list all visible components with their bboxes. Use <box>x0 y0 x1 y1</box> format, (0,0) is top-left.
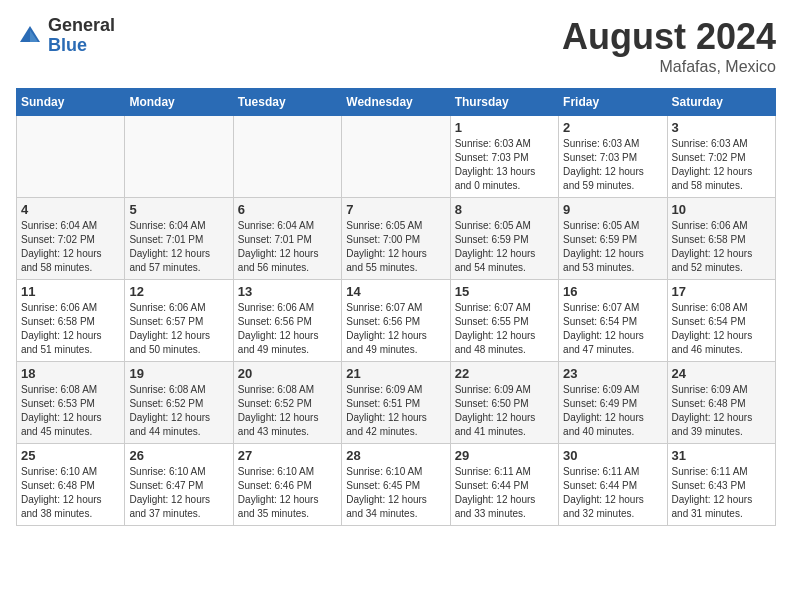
calendar-day-cell: 1Sunrise: 6:03 AM Sunset: 7:03 PM Daylig… <box>450 116 558 198</box>
day-info: Sunrise: 6:05 AM Sunset: 7:00 PM Dayligh… <box>346 219 445 275</box>
day-number: 25 <box>21 448 120 463</box>
day-number: 6 <box>238 202 337 217</box>
day-number: 31 <box>672 448 771 463</box>
calendar-day-cell: 27Sunrise: 6:10 AM Sunset: 6:46 PM Dayli… <box>233 444 341 526</box>
logo: General Blue <box>16 16 115 56</box>
calendar-day-cell: 25Sunrise: 6:10 AM Sunset: 6:48 PM Dayli… <box>17 444 125 526</box>
day-info: Sunrise: 6:05 AM Sunset: 6:59 PM Dayligh… <box>563 219 662 275</box>
day-info: Sunrise: 6:10 AM Sunset: 6:48 PM Dayligh… <box>21 465 120 521</box>
calendar-day-cell <box>17 116 125 198</box>
calendar-day-cell: 22Sunrise: 6:09 AM Sunset: 6:50 PM Dayli… <box>450 362 558 444</box>
day-of-week-header: Friday <box>559 89 667 116</box>
day-info: Sunrise: 6:04 AM Sunset: 7:01 PM Dayligh… <box>238 219 337 275</box>
calendar-week-row: 18Sunrise: 6:08 AM Sunset: 6:53 PM Dayli… <box>17 362 776 444</box>
day-info: Sunrise: 6:10 AM Sunset: 6:47 PM Dayligh… <box>129 465 228 521</box>
logo-text: General Blue <box>48 16 115 56</box>
location-subtitle: Mafafas, Mexico <box>562 58 776 76</box>
day-info: Sunrise: 6:06 AM Sunset: 6:58 PM Dayligh… <box>21 301 120 357</box>
calendar-week-row: 1Sunrise: 6:03 AM Sunset: 7:03 PM Daylig… <box>17 116 776 198</box>
day-number: 13 <box>238 284 337 299</box>
calendar-day-cell <box>125 116 233 198</box>
calendar-day-cell <box>233 116 341 198</box>
day-info: Sunrise: 6:07 AM Sunset: 6:56 PM Dayligh… <box>346 301 445 357</box>
day-number: 18 <box>21 366 120 381</box>
day-number: 10 <box>672 202 771 217</box>
day-info: Sunrise: 6:03 AM Sunset: 7:03 PM Dayligh… <box>455 137 554 193</box>
calendar-day-cell: 20Sunrise: 6:08 AM Sunset: 6:52 PM Dayli… <box>233 362 341 444</box>
day-number: 7 <box>346 202 445 217</box>
calendar-day-cell: 15Sunrise: 6:07 AM Sunset: 6:55 PM Dayli… <box>450 280 558 362</box>
calendar-table: SundayMondayTuesdayWednesdayThursdayFrid… <box>16 88 776 526</box>
day-info: Sunrise: 6:09 AM Sunset: 6:48 PM Dayligh… <box>672 383 771 439</box>
day-number: 1 <box>455 120 554 135</box>
day-number: 29 <box>455 448 554 463</box>
day-of-week-header: Tuesday <box>233 89 341 116</box>
calendar-day-cell: 12Sunrise: 6:06 AM Sunset: 6:57 PM Dayli… <box>125 280 233 362</box>
page-header: General Blue August 2024 Mafafas, Mexico <box>16 16 776 76</box>
calendar-day-cell: 3Sunrise: 6:03 AM Sunset: 7:02 PM Daylig… <box>667 116 775 198</box>
day-number: 2 <box>563 120 662 135</box>
day-number: 22 <box>455 366 554 381</box>
day-number: 16 <box>563 284 662 299</box>
calendar-day-cell: 16Sunrise: 6:07 AM Sunset: 6:54 PM Dayli… <box>559 280 667 362</box>
calendar-day-cell: 6Sunrise: 6:04 AM Sunset: 7:01 PM Daylig… <box>233 198 341 280</box>
day-number: 19 <box>129 366 228 381</box>
calendar-day-cell: 19Sunrise: 6:08 AM Sunset: 6:52 PM Dayli… <box>125 362 233 444</box>
calendar-day-cell: 9Sunrise: 6:05 AM Sunset: 6:59 PM Daylig… <box>559 198 667 280</box>
calendar-week-row: 11Sunrise: 6:06 AM Sunset: 6:58 PM Dayli… <box>17 280 776 362</box>
day-number: 4 <box>21 202 120 217</box>
day-number: 27 <box>238 448 337 463</box>
calendar-day-cell: 4Sunrise: 6:04 AM Sunset: 7:02 PM Daylig… <box>17 198 125 280</box>
calendar-day-cell: 7Sunrise: 6:05 AM Sunset: 7:00 PM Daylig… <box>342 198 450 280</box>
day-of-week-header: Sunday <box>17 89 125 116</box>
day-number: 28 <box>346 448 445 463</box>
day-info: Sunrise: 6:09 AM Sunset: 6:51 PM Dayligh… <box>346 383 445 439</box>
day-info: Sunrise: 6:05 AM Sunset: 6:59 PM Dayligh… <box>455 219 554 275</box>
calendar-day-cell: 11Sunrise: 6:06 AM Sunset: 6:58 PM Dayli… <box>17 280 125 362</box>
day-info: Sunrise: 6:10 AM Sunset: 6:45 PM Dayligh… <box>346 465 445 521</box>
day-info: Sunrise: 6:11 AM Sunset: 6:43 PM Dayligh… <box>672 465 771 521</box>
calendar-day-cell: 8Sunrise: 6:05 AM Sunset: 6:59 PM Daylig… <box>450 198 558 280</box>
logo-general-text: General <box>48 16 115 36</box>
calendar-day-cell: 24Sunrise: 6:09 AM Sunset: 6:48 PM Dayli… <box>667 362 775 444</box>
day-info: Sunrise: 6:11 AM Sunset: 6:44 PM Dayligh… <box>455 465 554 521</box>
header-row: SundayMondayTuesdayWednesdayThursdayFrid… <box>17 89 776 116</box>
month-year-title: August 2024 <box>562 16 776 58</box>
logo-blue-text: Blue <box>48 36 115 56</box>
calendar-day-cell: 14Sunrise: 6:07 AM Sunset: 6:56 PM Dayli… <box>342 280 450 362</box>
day-number: 21 <box>346 366 445 381</box>
day-info: Sunrise: 6:04 AM Sunset: 7:01 PM Dayligh… <box>129 219 228 275</box>
day-number: 9 <box>563 202 662 217</box>
calendar-day-cell: 5Sunrise: 6:04 AM Sunset: 7:01 PM Daylig… <box>125 198 233 280</box>
day-info: Sunrise: 6:10 AM Sunset: 6:46 PM Dayligh… <box>238 465 337 521</box>
day-number: 12 <box>129 284 228 299</box>
calendar-day-cell: 28Sunrise: 6:10 AM Sunset: 6:45 PM Dayli… <box>342 444 450 526</box>
day-number: 3 <box>672 120 771 135</box>
title-block: August 2024 Mafafas, Mexico <box>562 16 776 76</box>
day-info: Sunrise: 6:08 AM Sunset: 6:52 PM Dayligh… <box>238 383 337 439</box>
calendar-day-cell: 18Sunrise: 6:08 AM Sunset: 6:53 PM Dayli… <box>17 362 125 444</box>
day-number: 30 <box>563 448 662 463</box>
day-number: 11 <box>21 284 120 299</box>
calendar-day-cell <box>342 116 450 198</box>
day-info: Sunrise: 6:11 AM Sunset: 6:44 PM Dayligh… <box>563 465 662 521</box>
calendar-day-cell: 31Sunrise: 6:11 AM Sunset: 6:43 PM Dayli… <box>667 444 775 526</box>
day-info: Sunrise: 6:03 AM Sunset: 7:02 PM Dayligh… <box>672 137 771 193</box>
calendar-day-cell: 23Sunrise: 6:09 AM Sunset: 6:49 PM Dayli… <box>559 362 667 444</box>
calendar-day-cell: 13Sunrise: 6:06 AM Sunset: 6:56 PM Dayli… <box>233 280 341 362</box>
day-of-week-header: Saturday <box>667 89 775 116</box>
day-info: Sunrise: 6:08 AM Sunset: 6:53 PM Dayligh… <box>21 383 120 439</box>
day-info: Sunrise: 6:04 AM Sunset: 7:02 PM Dayligh… <box>21 219 120 275</box>
day-info: Sunrise: 6:09 AM Sunset: 6:50 PM Dayligh… <box>455 383 554 439</box>
logo-icon <box>16 22 44 50</box>
day-number: 24 <box>672 366 771 381</box>
day-info: Sunrise: 6:08 AM Sunset: 6:54 PM Dayligh… <box>672 301 771 357</box>
calendar-week-row: 4Sunrise: 6:04 AM Sunset: 7:02 PM Daylig… <box>17 198 776 280</box>
calendar-day-cell: 2Sunrise: 6:03 AM Sunset: 7:03 PM Daylig… <box>559 116 667 198</box>
day-number: 23 <box>563 366 662 381</box>
day-number: 26 <box>129 448 228 463</box>
day-info: Sunrise: 6:06 AM Sunset: 6:57 PM Dayligh… <box>129 301 228 357</box>
day-number: 15 <box>455 284 554 299</box>
calendar-day-cell: 29Sunrise: 6:11 AM Sunset: 6:44 PM Dayli… <box>450 444 558 526</box>
day-info: Sunrise: 6:06 AM Sunset: 6:56 PM Dayligh… <box>238 301 337 357</box>
